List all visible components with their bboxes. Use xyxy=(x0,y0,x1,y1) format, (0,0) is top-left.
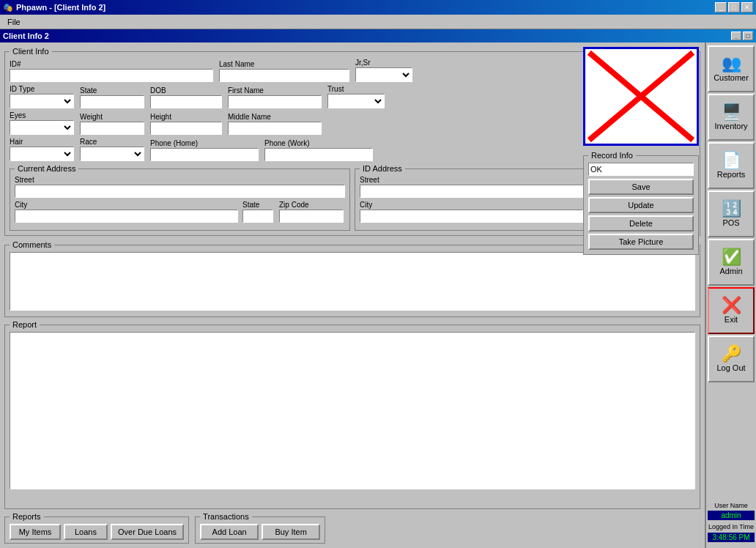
transactions-toolbar-legend: Transactions xyxy=(200,512,252,521)
inner-restore-button[interactable]: □ xyxy=(743,32,753,40)
sidebar-item-customer[interactable]: 👥 Customer xyxy=(708,45,755,92)
comments-legend: Comments xyxy=(10,240,54,249)
last-name-input[interactable] xyxy=(219,69,349,82)
id-city-input[interactable] xyxy=(360,210,583,223)
current-address-legend: Current Address xyxy=(15,164,78,173)
curr-state-input[interactable] xyxy=(242,210,273,223)
id-type-select[interactable] xyxy=(10,94,74,108)
height-label: Height xyxy=(150,113,223,121)
id-state-label: State xyxy=(80,86,146,95)
reports-toolbar-group: Reports My Items Loans Over Due Loans xyxy=(4,512,189,544)
customer-icon: 👥 xyxy=(722,56,741,72)
inventory-icon: 🖥️ xyxy=(722,104,741,120)
add-loan-button[interactable]: Add Loan xyxy=(200,524,259,540)
sidebar-item-logout[interactable]: 🔑 Log Out xyxy=(708,336,755,382)
logged-in-label: Logged In Time xyxy=(708,523,755,531)
report-group: Report xyxy=(4,320,700,509)
weight-label: Weight xyxy=(80,113,146,121)
record-info-status[interactable]: OK xyxy=(588,163,694,176)
save-button[interactable]: Save xyxy=(588,179,694,195)
id-city-label: City xyxy=(360,201,583,209)
first-name-label: First Name xyxy=(228,86,323,95)
sidebar-inventory-label: Inventory xyxy=(714,122,747,130)
comments-textarea[interactable] xyxy=(10,252,695,311)
first-name-input[interactable] xyxy=(228,95,322,108)
logout-icon: 🔑 xyxy=(722,346,741,362)
curr-zip-input[interactable] xyxy=(279,210,344,223)
reports-icon: 📄 xyxy=(722,152,741,169)
over-due-loans-button[interactable]: Over Due Loans xyxy=(111,524,184,540)
title-bar: 🎭 Phpawn - [Client Info 2] _ □ ✕ xyxy=(0,0,756,15)
phone-home-label: Phone (Home) xyxy=(150,139,260,147)
menu-file[interactable]: File xyxy=(3,16,25,28)
id-type-label: ID Type xyxy=(10,85,75,93)
jr-sr-label: Jr,Sr xyxy=(355,59,414,67)
dob-input[interactable] xyxy=(150,95,222,108)
reports-toolbar-legend: Reports xyxy=(10,512,44,521)
curr-street-label: Street xyxy=(15,176,345,184)
record-info-group: Record Info OK Save Update Delete Take P… xyxy=(583,151,699,255)
phone-work-label: Phone (Work) xyxy=(264,139,374,147)
inner-window-title: Client Info 2 xyxy=(3,32,49,40)
username-label: User Name xyxy=(708,502,755,509)
client-info-legend: Client Info xyxy=(10,47,52,56)
report-legend: Report xyxy=(10,320,40,329)
race-select[interactable]: WBHAO xyxy=(80,147,144,161)
buy-item-button[interactable]: Buy Item xyxy=(262,524,320,540)
id-input[interactable] xyxy=(10,69,213,82)
sidebar-customer-label: Customer xyxy=(714,73,749,82)
app-icon: 🎭 xyxy=(3,3,13,12)
sidebar-item-exit[interactable]: ❌ Exit xyxy=(708,287,755,334)
report-textarea[interactable] xyxy=(10,332,695,489)
sidebar-logout-label: Log Out xyxy=(716,363,745,372)
curr-city-label: City xyxy=(15,201,238,209)
dob-label: DOB xyxy=(150,86,223,95)
photo-area xyxy=(583,47,699,146)
sidebar-reports-label: Reports xyxy=(717,170,746,179)
loans-button[interactable]: Loans xyxy=(64,524,108,540)
jr-sr-select[interactable]: JrSrIIIII xyxy=(355,67,412,82)
delete-button[interactable]: Delete xyxy=(588,215,694,232)
id-address-legend: ID Address xyxy=(360,164,405,173)
update-button[interactable]: Update xyxy=(588,197,694,213)
inner-minimize-button[interactable]: _ xyxy=(731,32,741,40)
eyes-select[interactable]: BLUBRNGRNHZL xyxy=(10,120,74,135)
sidebar-item-admin[interactable]: ✅ Admin xyxy=(708,239,755,286)
sidebar-item-reports[interactable]: 📄 Reports xyxy=(708,142,755,189)
maximize-button[interactable]: □ xyxy=(728,2,740,12)
middle-name-input[interactable] xyxy=(228,122,322,135)
eyes-label: Eyes xyxy=(10,111,75,119)
sidebar-item-pos[interactable]: 🔢 POS xyxy=(708,190,755,237)
id-state-input[interactable] xyxy=(80,95,144,108)
sidebar-pos-label: POS xyxy=(722,218,739,227)
my-items-button[interactable]: My Items xyxy=(10,524,61,540)
trust-select[interactable]: YesNo xyxy=(327,94,385,108)
last-name-label: Last Name xyxy=(219,60,351,68)
sidebar-item-inventory[interactable]: 🖥️ Inventory xyxy=(708,94,755,141)
username-value: admin xyxy=(708,511,755,520)
curr-state-label: State xyxy=(242,201,275,209)
user-info-panel: User Name admin Logged In Time 3:48:56 P… xyxy=(708,499,755,545)
phone-home-input[interactable] xyxy=(150,148,259,161)
phone-work-input[interactable] xyxy=(264,148,373,161)
menu-bar: File xyxy=(0,15,756,29)
curr-city-input[interactable] xyxy=(15,210,238,223)
trust-label: Trust xyxy=(327,85,386,93)
transactions-toolbar-group: Transactions Add Loan Buy Item xyxy=(195,512,325,544)
minimize-button[interactable]: _ xyxy=(715,2,727,12)
hair-select[interactable]: BLKBLNBRNREDWHT xyxy=(10,147,74,161)
photo-box xyxy=(583,47,699,146)
pos-icon: 🔢 xyxy=(722,201,741,217)
take-picture-button[interactable]: Take Picture xyxy=(588,234,694,250)
middle-name-label: Middle Name xyxy=(228,113,323,121)
curr-street-input[interactable] xyxy=(15,185,345,198)
close-button[interactable]: ✕ xyxy=(741,2,753,12)
weight-input[interactable] xyxy=(80,122,144,135)
curr-zip-label: Zip Code xyxy=(279,201,345,209)
height-input[interactable] xyxy=(150,122,222,135)
sidebar-exit-label: Exit xyxy=(724,315,738,324)
record-info-legend: Record Info xyxy=(588,151,636,160)
inner-title-bar: Client Info 2 _ □ xyxy=(0,29,756,42)
id-label: ID# xyxy=(10,60,215,68)
sidebar-admin-label: Admin xyxy=(719,267,742,275)
